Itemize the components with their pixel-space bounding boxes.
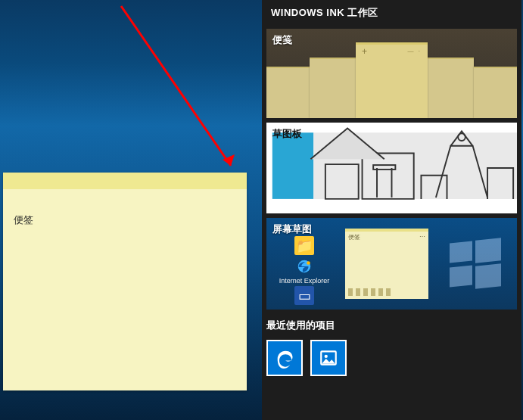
sticky-note-titlebar[interactable]	[3, 173, 247, 189]
tile-screen-sketch[interactable]: 屏幕草图 📁 Internet Explorer ▭ 便签 ⋯	[266, 218, 517, 310]
recent-tile-edge[interactable]	[266, 340, 303, 376]
note-thumb-icon	[428, 58, 474, 118]
windows-ink-workspace-panel: WINDOWS INK 工作区 便笺 + — · 草图板	[262, 0, 521, 420]
note-thumb-icon	[474, 67, 517, 118]
recent-tile-photos[interactable]	[310, 340, 347, 376]
app-icon: ▭	[294, 286, 314, 305]
dash-icon: — ·	[408, 48, 422, 54]
windows-logo-icon	[448, 238, 501, 291]
svg-point-9	[307, 261, 310, 265]
plus-icon: +	[362, 46, 367, 57]
photos-icon	[319, 348, 338, 368]
svg-point-11	[325, 355, 328, 358]
note-thumb-icon	[310, 58, 356, 118]
tile-sketchpad[interactable]: 草图板	[266, 123, 517, 213]
mini-note-text: 便签	[348, 233, 360, 241]
tile-sticky-notes[interactable]: 便笺 + — ·	[266, 29, 517, 118]
folder-icon: 📁	[294, 236, 314, 255]
ie-label: Internet Explorer	[279, 277, 330, 285]
sticky-note-window[interactable]: 便签	[3, 173, 247, 390]
screen-sketch-mini-note: 便签 ⋯	[345, 229, 428, 299]
dots-icon: ⋯	[419, 233, 425, 241]
recent-section: 最近使用的项目	[266, 319, 517, 376]
svg-rect-3	[272, 132, 314, 199]
tile-screen-sketch-label: 屏幕草图	[272, 222, 312, 236]
sticky-note-body[interactable]: 便签	[3, 189, 247, 251]
note-thumb-icon	[266, 67, 310, 118]
sketchpad-drawing-icon	[266, 123, 517, 213]
mini-note-tools	[345, 288, 428, 299]
ie-icon	[294, 257, 314, 275]
panel-title: WINDOWS INK 工作区	[262, 0, 521, 24]
tile-sketchpad-label: 草图板	[272, 127, 302, 141]
sticky-note-text: 便签	[14, 214, 33, 226]
tile-sticky-notes-label: 便笺	[272, 33, 292, 47]
note-thumb-icon: + — ·	[356, 42, 428, 118]
screen-sketch-winlogo	[431, 218, 517, 310]
edge-icon	[274, 347, 295, 369]
recent-title: 最近使用的项目	[266, 319, 517, 332]
